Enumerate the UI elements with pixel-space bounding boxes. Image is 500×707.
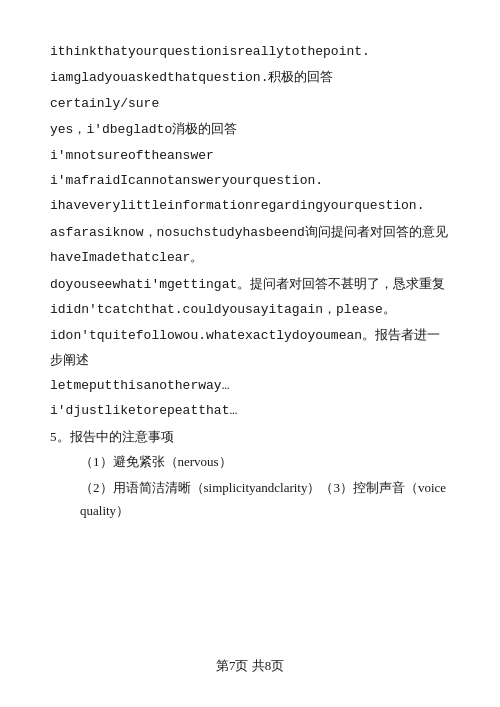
line-11: ididn'tcatchthat.couldyousayitagain，plea… [50,298,450,321]
label-2: 积极的回答 [268,69,333,84]
line-3: certainly/sure [50,92,450,115]
line-15: 5。报告中的注意事项 [50,425,450,448]
line-7: ihaveverylittleinformationregardingyourq… [50,194,450,217]
line-2: iamgladyouaskedthatquestion.积极的回答 [50,65,450,89]
line-13: letmeputthisanotherway… [50,374,450,397]
line-17: （2）用语简洁清晰（simplicityandclarity）（3）控制声音（v… [50,476,450,523]
line-16: （1）避免紧张（nervous） [50,450,450,473]
page-content: ithinkthatyourquestionisreallytothepoint… [50,40,450,522]
page-number: 第7页 共8页 [216,658,284,673]
line-14: i'djustliketorepeatthat… [50,399,450,422]
line-10: doyouseewhati'mgettingat。提问者对回答不甚明了，恳求重复 [50,272,450,296]
line-4: yes，i'dbegladto消极的回答 [50,117,450,141]
line-8: asfarasiknow，nosuchstudyhasbeend询问提问者对回答… [50,220,450,244]
line-12: idon'tquitefollowou.whatexactlydoyoumean… [50,323,450,372]
label-8: 询问提问者对回答的意见 [305,224,448,239]
label-12: 报告者进一步阐述 [50,327,440,366]
line-9: haveImadethatclear。 [50,246,450,269]
label-4: 消极的回答 [172,121,237,136]
line-1: ithinkthatyourquestionisreallytothepoint… [50,40,450,63]
line-6: i'mafraidIcannotansweryourquestion. [50,169,450,192]
page-footer: 第7页 共8页 [0,654,500,677]
label-10: 提问者对回答不甚明了，恳求重复 [250,276,445,291]
line-5: i'mnotsureoftheanswer [50,144,450,167]
